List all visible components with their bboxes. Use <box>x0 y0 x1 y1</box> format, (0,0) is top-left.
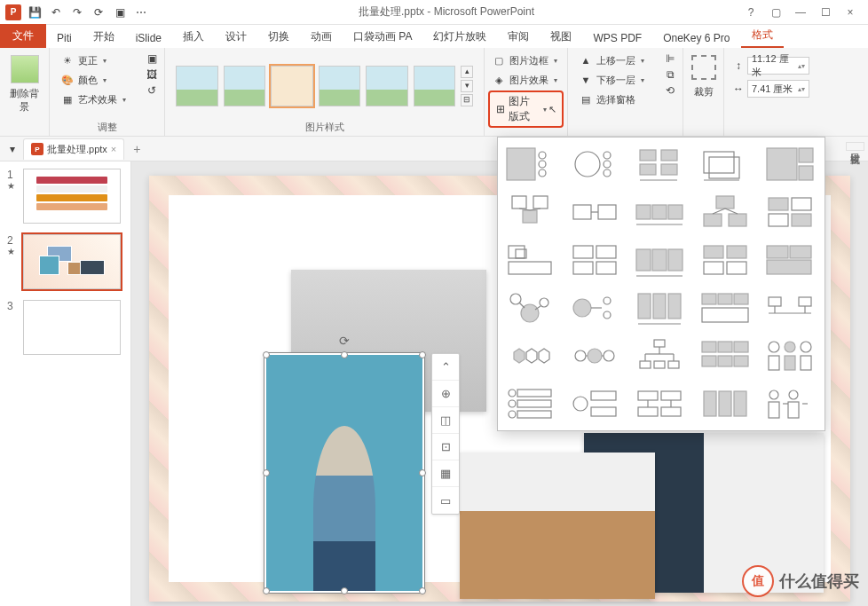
layout-option[interactable] <box>505 288 555 327</box>
resize-handle[interactable] <box>341 351 348 358</box>
tab-islide[interactable]: iSlide <box>125 28 172 48</box>
app-icon[interactable]: P <box>4 3 23 22</box>
tab-piti[interactable]: Piti <box>46 28 83 48</box>
layout-option[interactable] <box>700 288 750 327</box>
resize-handle[interactable] <box>263 469 270 476</box>
slide-thumbnail-2[interactable]: 2 ★ <box>7 234 123 289</box>
tab-onekey[interactable]: OneKey 6 Pro <box>652 28 740 48</box>
remove-bg-button[interactable]: 删除背景 <box>7 51 42 114</box>
gallery-down-icon[interactable]: ▾ <box>461 80 473 92</box>
resize-handle[interactable] <box>263 587 270 594</box>
style-thumb[interactable] <box>176 66 218 106</box>
layout-option[interactable] <box>700 193 750 232</box>
style-thumb[interactable] <box>319 66 361 106</box>
minimize-button[interactable]: — <box>792 6 809 19</box>
float-center-icon[interactable]: ⊕ <box>432 381 459 407</box>
resize-handle[interactable] <box>263 351 270 358</box>
float-rect-icon[interactable]: ▭ <box>432 487 459 514</box>
style-thumb-selected[interactable] <box>271 66 313 106</box>
resize-handle[interactable] <box>341 587 348 594</box>
height-input[interactable]: 11.12 厘米▴▾ <box>747 57 809 75</box>
reset-pic-icon[interactable]: ↺ <box>145 83 159 98</box>
width-input[interactable]: 7.41 厘米▴▾ <box>747 80 809 98</box>
align-icon[interactable]: ⊫ <box>663 51 677 66</box>
style-thumb[interactable] <box>414 66 456 106</box>
picture-effects-button[interactable]: ◈图片效果▾ <box>488 71 564 89</box>
crop-button[interactable]: 裁剪 <box>690 51 716 98</box>
send-backward-button[interactable]: ▼下移一层▾ <box>575 71 675 89</box>
layout-option[interactable] <box>635 145 684 184</box>
save-icon[interactable]: 💾 <box>25 3 44 22</box>
float-grid-icon[interactable]: ▦ <box>432 460 459 487</box>
layout-option[interactable] <box>505 336 555 375</box>
tab-view[interactable]: 视图 <box>540 26 582 48</box>
selection-pane-button[interactable]: ▤选择窗格 <box>575 91 675 108</box>
gallery-up-icon[interactable]: ▴ <box>461 66 473 78</box>
layout-option[interactable] <box>570 240 619 279</box>
tab-transitions[interactable]: 切换 <box>257 26 300 48</box>
more-icon[interactable]: ⋯ <box>131 3 151 22</box>
layout-option[interactable] <box>700 145 750 184</box>
layout-option[interactable] <box>765 193 815 232</box>
layout-option[interactable] <box>700 240 750 279</box>
tab-design[interactable]: 设计 <box>215 26 257 48</box>
resize-handle[interactable] <box>419 351 426 358</box>
photo-selected[interactable]: ⟳ <box>264 353 424 593</box>
layout-option[interactable] <box>635 336 684 375</box>
close-button[interactable]: × <box>841 6 859 19</box>
group-icon[interactable]: ⧉ <box>663 67 677 82</box>
layout-option[interactable] <box>765 240 815 279</box>
compress-icon[interactable]: ▣ <box>145 51 159 66</box>
picture-layout-button[interactable]: ⊞图片版式▾↖ <box>488 91 564 128</box>
color-button[interactable]: 🎨颜色▾ <box>57 71 157 89</box>
tab-format[interactable]: 格式 <box>741 24 784 48</box>
layout-option[interactable] <box>635 288 684 327</box>
float-split-icon[interactable]: ◫ <box>432 407 459 434</box>
tab-animations[interactable]: 动画 <box>300 26 343 48</box>
rotate-icon[interactable]: ⟲ <box>663 83 677 98</box>
picture-styles-gallery[interactable]: ▴ ▾ ⊟ <box>172 51 477 121</box>
layout-option[interactable] <box>505 193 555 232</box>
layout-option[interactable] <box>635 193 684 232</box>
layout-option[interactable] <box>570 193 619 232</box>
float-fit-icon[interactable]: ⊡ <box>432 434 459 460</box>
layout-option[interactable] <box>635 240 684 279</box>
layout-option[interactable] <box>635 384 684 423</box>
ribbon-toggle-icon[interactable]: ▢ <box>767 6 785 19</box>
artistic-button[interactable]: ▦艺术效果▾ <box>57 91 157 108</box>
layout-option[interactable] <box>700 336 750 375</box>
corrections-button[interactable]: ☀更正▾ <box>57 51 157 69</box>
layout-option[interactable] <box>505 384 555 423</box>
tab-pa[interactable]: 口袋动画 PA <box>343 26 422 48</box>
gallery-more-icon[interactable]: ⊟ <box>461 94 473 106</box>
tab-slideshow[interactable]: 幻灯片放映 <box>422 26 497 48</box>
slide-thumbnail-1[interactable]: 1 ★ <box>7 169 123 224</box>
tab-home[interactable]: 开始 <box>83 26 125 48</box>
add-tab-button[interactable]: + <box>128 140 146 158</box>
help-icon[interactable]: ? <box>742 6 760 19</box>
tab-review[interactable]: 审阅 <box>497 26 540 48</box>
resize-handle[interactable] <box>419 587 426 594</box>
bring-forward-button[interactable]: ▲上移一层▾ <box>575 51 675 69</box>
layout-option[interactable] <box>765 288 815 327</box>
tab-insert[interactable]: 插入 <box>172 26 215 48</box>
slide-thumbnail-3[interactable]: 3 <box>7 300 123 355</box>
layout-option[interactable] <box>765 336 815 375</box>
picture-border-button[interactable]: ▢图片边框▾ <box>488 51 564 69</box>
undo-icon[interactable]: ↶ <box>46 3 66 22</box>
close-tab-icon[interactable]: × <box>111 144 116 154</box>
rotate-handle-icon[interactable]: ⟳ <box>339 334 350 344</box>
layout-option[interactable] <box>765 384 815 423</box>
float-collapse-icon[interactable]: ⌃ <box>432 354 459 381</box>
resize-handle[interactable] <box>419 469 426 476</box>
layout-option[interactable] <box>570 336 619 375</box>
redo-icon[interactable]: ↷ <box>67 3 87 22</box>
photo-boxes[interactable] <box>460 453 655 599</box>
repeat-icon[interactable]: ⟳ <box>89 3 108 22</box>
layout-option[interactable] <box>570 384 619 423</box>
style-thumb[interactable] <box>366 66 408 106</box>
tab-wpspdf[interactable]: WPS PDF <box>582 28 652 48</box>
tab-file[interactable]: 文件 <box>0 24 46 48</box>
layout-option[interactable] <box>570 288 619 327</box>
window-mode-label[interactable]: 窗口模式 <box>846 142 864 151</box>
